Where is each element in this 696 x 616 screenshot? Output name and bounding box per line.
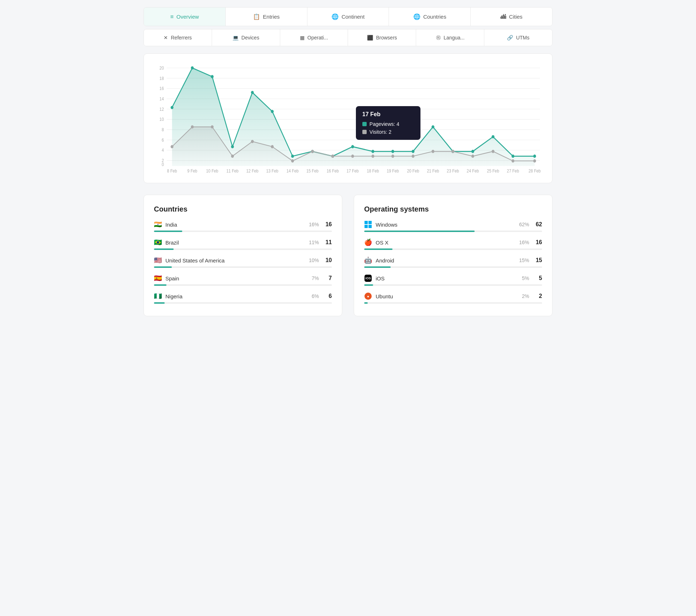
tab-languages[interactable]: ㊗ Langua...	[416, 29, 484, 46]
brazil-pct: 11%	[309, 240, 319, 245]
spain-flag: 🇪🇸	[154, 274, 162, 282]
svg-point-24	[211, 75, 214, 78]
osx-count: 16	[533, 239, 542, 246]
brazil-bar-fill	[154, 248, 174, 250]
svg-point-40	[533, 155, 536, 158]
windows-bar-fill	[364, 231, 475, 232]
ubuntu-bar-fill	[364, 302, 368, 304]
tab-entries[interactable]: 📋 Entries	[226, 8, 307, 26]
svg-text:11 Feb: 11 Feb	[226, 169, 239, 173]
svg-point-60	[533, 159, 536, 162]
countries-icon: 🌐	[413, 13, 420, 20]
nigeria-bar-track	[154, 302, 332, 304]
usa-bar-track	[154, 266, 332, 268]
os-title: Operating systems	[364, 205, 542, 213]
nigeria-pct: 6%	[312, 293, 319, 299]
devices-icon: 💻	[232, 35, 239, 41]
svg-point-50	[331, 155, 334, 158]
brazil-bar-track	[154, 248, 332, 250]
svg-point-45	[231, 155, 234, 158]
usa-bar-fill	[154, 266, 172, 268]
usa-count: 10	[323, 257, 332, 264]
ios-count: 5	[533, 275, 542, 281]
svg-text:8 Feb: 8 Feb	[167, 169, 177, 173]
svg-text:15 Feb: 15 Feb	[306, 169, 319, 173]
ios-bar-fill	[364, 284, 373, 286]
os-row-ios[interactable]: iOS iOS 5% 5	[364, 274, 542, 286]
ubuntu-icon: ●	[364, 292, 372, 300]
tab-overview-label: Overview	[177, 14, 199, 20]
os-row-osx[interactable]: 🍎 OS X 16% 16	[364, 238, 542, 250]
tab-browsers-label: Browsers	[376, 35, 397, 41]
tab-cities-label: Cities	[509, 14, 523, 20]
tab-countries-label: Countries	[423, 14, 446, 20]
svg-point-53	[391, 155, 394, 158]
tab-referrers[interactable]: ✕ Referrers	[144, 29, 212, 46]
svg-text:12 Feb: 12 Feb	[246, 169, 259, 173]
svg-point-38	[492, 135, 494, 138]
svg-text:24 Feb: 24 Feb	[467, 169, 479, 173]
svg-point-23	[191, 66, 194, 70]
tab-devices[interactable]: 💻 Devices	[212, 29, 280, 46]
cities-icon: 🏙	[500, 14, 506, 20]
svg-point-43	[191, 125, 194, 128]
svg-text:8: 8	[162, 127, 164, 132]
os-row-windows[interactable]: Windows 62% 62	[364, 221, 542, 232]
tab-operating[interactable]: ▦ Operati...	[280, 29, 348, 46]
svg-text:13 Feb: 13 Feb	[266, 169, 278, 173]
chart-container: 20 18 16 14 12 10 8 6 4 2 0	[144, 53, 552, 183]
svg-text:10: 10	[160, 117, 164, 122]
svg-point-58	[492, 150, 494, 153]
tab-utms[interactable]: 🔗 UTMs	[484, 29, 552, 46]
svg-point-25	[231, 145, 234, 148]
os-row-android[interactable]: 🤖 Android 15% 15	[364, 256, 542, 268]
tab-referrers-label: Referrers	[171, 35, 192, 41]
osx-bar-track	[364, 248, 542, 250]
svg-point-54	[412, 155, 414, 158]
tab-languages-label: Langua...	[444, 35, 465, 41]
svg-point-26	[251, 91, 254, 94]
utms-icon: 🔗	[507, 35, 513, 41]
windows-bar-track	[364, 231, 542, 232]
country-row-brazil[interactable]: 🇧🇷 Brazil 11% 11	[154, 238, 332, 250]
os-row-ubuntu[interactable]: ● Ubuntu 2% 2	[364, 292, 542, 304]
svg-text:28 Feb: 28 Feb	[528, 169, 541, 173]
tab-browsers[interactable]: ⬛ Browsers	[348, 29, 416, 46]
svg-text:17 Feb: 17 Feb	[347, 169, 359, 173]
usa-label: United States of America	[165, 257, 309, 264]
svg-point-52	[371, 155, 374, 158]
spain-bar-fill	[154, 284, 166, 286]
svg-point-28	[291, 155, 294, 158]
country-row-spain[interactable]: 🇪🇸 Spain 7% 7	[154, 274, 332, 286]
secondary-nav: ✕ Referrers 💻 Devices ▦ Operati... ⬛ Bro…	[144, 29, 552, 46]
countries-title: Countries	[154, 205, 332, 213]
india-flag: 🇮🇳	[154, 221, 162, 228]
country-row-india[interactable]: 🇮🇳 India 16% 16	[154, 221, 332, 232]
svg-text:14 Feb: 14 Feb	[286, 169, 298, 173]
bottom-panels: Countries 🇮🇳 India 16% 16 🇧🇷 Brazil 11%	[144, 195, 552, 316]
nigeria-label: Nigeria	[165, 293, 312, 299]
svg-rect-81	[368, 221, 372, 224]
india-pct: 16%	[309, 222, 319, 227]
tab-countries[interactable]: 🌐 Countries	[389, 8, 471, 26]
svg-point-37	[471, 150, 474, 153]
ubuntu-count: 2	[533, 293, 542, 299]
country-row-nigeria[interactable]: 🇳🇬 Nigeria 6% 6	[154, 292, 332, 304]
tab-continent[interactable]: 🌐 Continent	[307, 8, 389, 26]
spain-pct: 7%	[312, 275, 319, 281]
tab-continent-label: Continent	[342, 14, 365, 20]
country-row-usa[interactable]: 🇺🇸 United States of America 10% 10	[154, 256, 332, 268]
svg-point-56	[451, 150, 454, 153]
tab-overview[interactable]: ≡ Overview	[144, 8, 226, 26]
india-bar-track	[154, 231, 332, 232]
svg-point-49	[311, 150, 314, 153]
usa-flag: 🇺🇸	[154, 256, 162, 264]
windows-pct: 62%	[519, 222, 529, 227]
tab-cities[interactable]: 🏙 Cities	[471, 8, 552, 26]
svg-point-51	[351, 155, 354, 158]
svg-point-35	[432, 125, 434, 128]
svg-text:27 Feb: 27 Feb	[507, 169, 519, 173]
brazil-count: 11	[323, 239, 332, 246]
india-count: 16	[323, 221, 332, 228]
svg-point-33	[391, 150, 394, 153]
